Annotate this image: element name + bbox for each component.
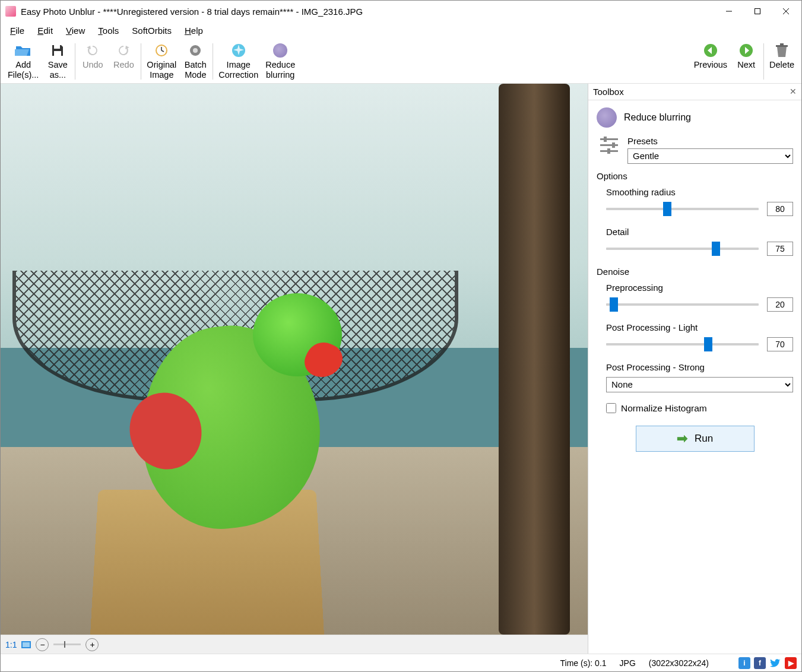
svg-rect-5 [54, 51, 61, 56]
app-icon [5, 6, 16, 17]
status-dimensions: (3022x3022x24) [644, 657, 714, 669]
image-canvas[interactable] [1, 84, 588, 635]
main-area: 1:1 − + Toolbox ✕ Reduce blurring Preset… [1, 84, 801, 654]
maximize-button[interactable] [743, 2, 772, 20]
previous-button[interactable]: Previous [690, 41, 731, 82]
menu-bar: File Edit View Tools SoftOrbits Help [1, 22, 801, 39]
close-panel-icon[interactable]: ✕ [790, 87, 797, 96]
twitter-icon[interactable] [769, 657, 781, 669]
status-time: Time (s): 0.1 [556, 657, 611, 669]
svg-rect-1 [755, 9, 760, 14]
presets-select[interactable]: Gentle [627, 148, 793, 164]
info-icon[interactable]: i [738, 657, 750, 669]
photo-content [1, 84, 588, 635]
canvas-area: 1:1 − + [1, 84, 588, 654]
detail-slider[interactable] [606, 248, 759, 250]
toolbox-body: Reduce blurring Presets Gentle Options S… [588, 100, 801, 654]
window-title: Easy Photo Unblur - ****Unregistered ver… [21, 7, 715, 17]
status-bar: Time (s): 0.1 JPG (3022x3022x24) i f ▶ [1, 654, 801, 671]
delete-button[interactable]: Delete [766, 41, 798, 82]
normalize-histogram-input[interactable] [606, 403, 616, 413]
image-correction-button[interactable]: ImageCorrection [215, 41, 262, 82]
svg-rect-18 [600, 144, 618, 146]
blur-icon [597, 107, 617, 128]
denoise-group-label: Denoise [597, 267, 793, 277]
facebook-icon[interactable]: f [754, 657, 766, 669]
run-button[interactable]: ➡ Run [636, 426, 755, 452]
reduce-blurring-button[interactable]: Reduceblurring [262, 41, 299, 82]
gear-icon [186, 42, 205, 59]
toolbox-header: Toolbox ✕ [588, 84, 801, 100]
menu-view[interactable]: View [60, 24, 91, 37]
arrow-right-icon [737, 42, 756, 59]
post-processing-light-value[interactable]: 70 [767, 337, 793, 351]
toolbar: AddFile(s)... Saveas... Undo Redo Origin… [1, 39, 801, 84]
sliders-icon [599, 136, 620, 157]
svg-rect-15 [776, 45, 788, 47]
toolbar-separator [763, 43, 764, 80]
post-processing-light-slider[interactable] [606, 343, 759, 345]
toolbox-panel: Toolbox ✕ Reduce blurring Presets Gentle… [588, 84, 801, 654]
svg-rect-16 [780, 43, 784, 45]
zoom-bar: 1:1 − + [1, 635, 588, 654]
close-button[interactable] [772, 2, 800, 20]
folder-open-icon [14, 42, 33, 59]
options-group-label: Options [597, 171, 793, 181]
svg-point-11 [193, 48, 198, 53]
smoothing-radius-label: Smoothing radius [606, 187, 793, 197]
zoom-slider[interactable] [53, 644, 81, 645]
smoothing-radius-slider[interactable] [606, 208, 759, 210]
undo-icon [83, 42, 102, 59]
menu-help[interactable]: Help [179, 24, 209, 37]
run-arrow-icon: ➡ [677, 431, 687, 446]
title-bar: Easy Photo Unblur - ****Unregistered ver… [1, 1, 801, 22]
post-processing-strong-label: Post Processing - Strong [606, 362, 793, 372]
undo-button[interactable]: Undo [77, 41, 108, 82]
save-icon [48, 42, 67, 59]
svg-rect-20 [604, 137, 607, 142]
clock-icon [152, 42, 171, 59]
detail-label: Detail [606, 227, 793, 237]
original-image-button[interactable]: OriginalImage [143, 41, 180, 82]
menu-edit[interactable]: Edit [31, 24, 59, 37]
toolbar-separator [213, 43, 213, 80]
post-processing-strong-select[interactable]: None [606, 377, 793, 392]
minimize-button[interactable] [715, 2, 743, 20]
detail-value[interactable]: 75 [767, 242, 793, 256]
menu-softorbits[interactable]: SoftOrbits [126, 24, 177, 37]
redo-button[interactable]: Redo [108, 41, 139, 82]
next-button[interactable]: Next [731, 41, 762, 82]
post-processing-light-label: Post Processing - Light [606, 322, 793, 332]
normalize-histogram-checkbox[interactable]: Normalize Histogram [606, 403, 793, 414]
zoom-ratio[interactable]: 1:1 [5, 640, 17, 649]
svg-rect-22 [607, 148, 610, 154]
presets-label: Presets [627, 136, 793, 146]
redo-icon [114, 42, 133, 59]
smoothing-radius-value[interactable]: 80 [767, 202, 793, 216]
toolbar-separator [141, 43, 141, 80]
zoom-in-button[interactable]: + [85, 638, 99, 651]
add-files-button[interactable]: AddFile(s)... [4, 41, 42, 82]
fit-screen-icon[interactable] [21, 641, 31, 648]
trash-icon [772, 42, 791, 59]
status-format: JPG [615, 657, 641, 669]
window-controls [715, 2, 800, 20]
tool-title: Reduce blurring [624, 112, 691, 123]
toolbar-separator [75, 43, 75, 80]
menu-file[interactable]: File [4, 24, 30, 37]
blur-icon [271, 42, 290, 59]
preprocessing-slider[interactable] [606, 303, 759, 306]
arrow-left-icon [701, 42, 720, 59]
zoom-out-button[interactable]: − [36, 638, 49, 651]
svg-rect-17 [600, 138, 618, 140]
preprocessing-value[interactable]: 20 [767, 297, 793, 312]
sparkle-icon [229, 42, 248, 59]
svg-rect-21 [612, 142, 615, 148]
batch-mode-button[interactable]: BatchMode [180, 41, 211, 82]
preprocessing-label: Preprocessing [606, 283, 793, 293]
youtube-icon[interactable]: ▶ [785, 657, 797, 669]
menu-tools[interactable]: Tools [92, 24, 125, 37]
toolbox-title: Toolbox [593, 87, 624, 97]
save-as-button[interactable]: Saveas... [42, 41, 73, 82]
svg-rect-4 [54, 45, 60, 49]
